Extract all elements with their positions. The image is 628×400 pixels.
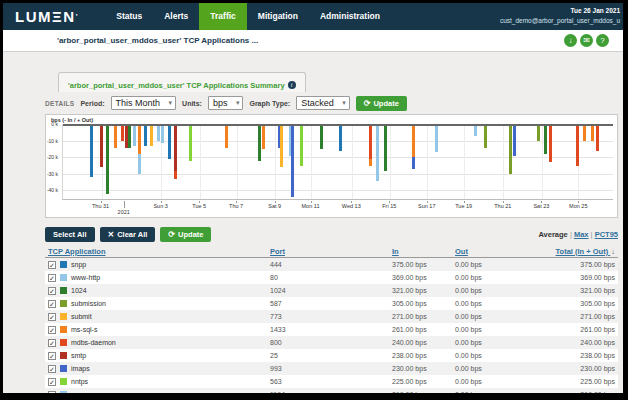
- chart-bar-segment: [121, 126, 124, 141]
- chart-bar: [114, 126, 117, 148]
- in-cell: 369.00 bps: [392, 274, 455, 281]
- chart-bar-segment: [412, 157, 415, 169]
- in-cell: 219.00 bps: [392, 391, 455, 393]
- table-row[interactable]: ✓10241024321.00 bps0.00 bps321.00 bps: [45, 284, 618, 297]
- nav-item-mitigation[interactable]: Mitigation: [247, 3, 309, 30]
- color-swatch: [60, 378, 67, 385]
- total-cell: 375.00 bps: [555, 261, 618, 268]
- nav-item-traffic[interactable]: Traffic: [199, 3, 247, 30]
- v-gridline: [542, 124, 543, 199]
- info-icon[interactable]: i: [288, 81, 296, 89]
- v-gridline: [352, 124, 353, 199]
- in-cell: 238.00 bps: [392, 352, 455, 359]
- table-row[interactable]: ✓smtp25238.00 bps0.00 bps238.00 bps: [45, 349, 618, 362]
- table-row[interactable]: ✓snpp444375.00 bps0.00 bps375.00 bps: [45, 258, 618, 271]
- chart-bar: [384, 126, 387, 171]
- table-row[interactable]: ✓mdbs-daemon800240.00 bps0.00 bps240.00 …: [45, 336, 618, 349]
- email-icon[interactable]: ✉: [580, 34, 593, 47]
- application-name: snpp: [71, 261, 86, 268]
- chevron-down-icon: ▾: [169, 97, 173, 109]
- application-cell: ✓imaps: [45, 365, 270, 373]
- chart-bar: [174, 126, 177, 179]
- out-cell: 0.00 bps: [455, 313, 555, 320]
- chart-bar-segment: [225, 126, 228, 148]
- chart-bar-segment: [150, 126, 153, 146]
- summary-tab[interactable]: 'arbor_portal_user_mddos_user' TCP Appli…: [58, 72, 306, 92]
- table-actions: Select All ✕Clear All ⟳Update Average | …: [45, 223, 618, 245]
- table-row[interactable]: ✓submission587305.00 bps0.00 bps305.00 b…: [45, 297, 618, 310]
- help-icon[interactable]: ?: [596, 34, 609, 47]
- port-cell: 80: [270, 274, 392, 281]
- row-checkbox[interactable]: ✓: [48, 365, 56, 373]
- nav-item-administration[interactable]: Administration: [309, 3, 391, 30]
- chart-bar-segment: [144, 126, 147, 146]
- chart-bar-segment: [291, 126, 294, 197]
- table-row[interactable]: ✓ms-sql-s1433261.00 bps0.00 bps261.00 bp…: [45, 323, 618, 336]
- nav-item-alerts[interactable]: Alerts: [153, 3, 199, 30]
- table-row[interactable]: ✓1194219.00 bps0.00 bps219.00 bps: [45, 388, 618, 393]
- refresh-icon: ⟳: [168, 230, 175, 239]
- select-all-button[interactable]: Select All: [45, 227, 95, 242]
- page-title: 'arbor_portal_user_mddos_user' TCP Appli…: [57, 36, 258, 45]
- row-checkbox[interactable]: ✓: [48, 326, 56, 334]
- chart-bar: [596, 126, 599, 151]
- chart-bar-segment: [596, 126, 599, 151]
- row-checkbox[interactable]: ✓: [48, 274, 56, 282]
- row-checkbox[interactable]: ✓: [48, 378, 56, 386]
- logged-in-user[interactable]: cust_demo@arbor_portal_user_mddos_u: [500, 16, 620, 26]
- col-in[interactable]: In: [392, 247, 455, 256]
- x-tick-label: Sat 9: [268, 203, 281, 209]
- table-row[interactable]: ✓imaps993230.00 bps0.00 bps230.00 bps: [45, 362, 618, 375]
- out-cell: 0.00 bps: [455, 378, 555, 385]
- chart-bar-segment: [513, 126, 516, 156]
- in-cell: 375.00 bps: [392, 261, 455, 268]
- col-port[interactable]: Port: [270, 247, 392, 256]
- download-icon[interactable]: ↓: [564, 34, 577, 47]
- total-cell: 238.00 bps: [555, 352, 618, 359]
- color-swatch: [60, 339, 67, 346]
- v-gridline: [427, 124, 428, 199]
- nav-item-status[interactable]: Status: [105, 3, 153, 30]
- col-total[interactable]: Total (In + Out) ↓: [555, 247, 618, 256]
- row-checkbox[interactable]: ✓: [48, 352, 56, 360]
- main-content: 'arbor_portal_user_mddos_user' TCP Appli…: [3, 52, 623, 393]
- table-row[interactable]: ✓www-http80369.00 bps0.00 bps369.00 bps: [45, 271, 618, 284]
- update-table-button[interactable]: ⟳Update: [160, 227, 211, 242]
- application-cell: ✓ms-sql-s: [45, 326, 270, 334]
- session-info: Tue 26 Jan 2021 cust_demo@arbor_portal_u…: [500, 3, 623, 30]
- period-select[interactable]: This Month▾: [111, 96, 177, 110]
- chart-bar-segment: [174, 171, 177, 179]
- row-checkbox[interactable]: ✓: [48, 339, 56, 347]
- refresh-icon: ⟳: [364, 99, 371, 108]
- chart-bar-segment: [161, 126, 164, 143]
- row-checkbox[interactable]: ✓: [48, 391, 56, 394]
- units-select[interactable]: bps▾: [208, 96, 244, 110]
- graph-type-select[interactable]: Stacked▾: [296, 96, 350, 110]
- color-swatch: [60, 287, 67, 294]
- table-row[interactable]: ✓submit773271.00 bps0.00 bps271.00 bps: [45, 310, 618, 323]
- table-row[interactable]: ✓nntps563225.00 bps0.00 bps225.00 bps: [45, 375, 618, 388]
- row-checkbox[interactable]: ✓: [48, 261, 56, 269]
- col-out[interactable]: Out: [455, 247, 555, 256]
- col-tcp-application[interactable]: TCP Application: [45, 247, 270, 256]
- port-cell: 587: [270, 300, 392, 307]
- chart-bar: [144, 126, 147, 146]
- update-button[interactable]: ⟳Update: [356, 96, 407, 111]
- clear-all-button[interactable]: ✕Clear All: [100, 227, 156, 242]
- chart-bar: [106, 126, 109, 194]
- row-checkbox[interactable]: ✓: [48, 300, 56, 308]
- stat-pct95-link[interactable]: PCT95: [595, 230, 618, 239]
- chart-bar-segment: [412, 126, 415, 157]
- row-checkbox[interactable]: ✓: [48, 287, 56, 295]
- color-swatch: [60, 365, 67, 372]
- port-cell: 773: [270, 313, 392, 320]
- chart-bar-segment: [583, 126, 586, 141]
- port-cell: 444: [270, 261, 392, 268]
- out-cell: 0.00 bps: [455, 326, 555, 333]
- port-cell: 1433: [270, 326, 392, 333]
- out-cell: 0.00 bps: [455, 391, 555, 393]
- total-cell: 271.00 bps: [555, 313, 618, 320]
- row-checkbox[interactable]: ✓: [48, 313, 56, 321]
- stat-max-link[interactable]: Max: [574, 230, 589, 239]
- app-window: LUMΞN’ Status Alerts Traffic Mitigation …: [3, 3, 623, 393]
